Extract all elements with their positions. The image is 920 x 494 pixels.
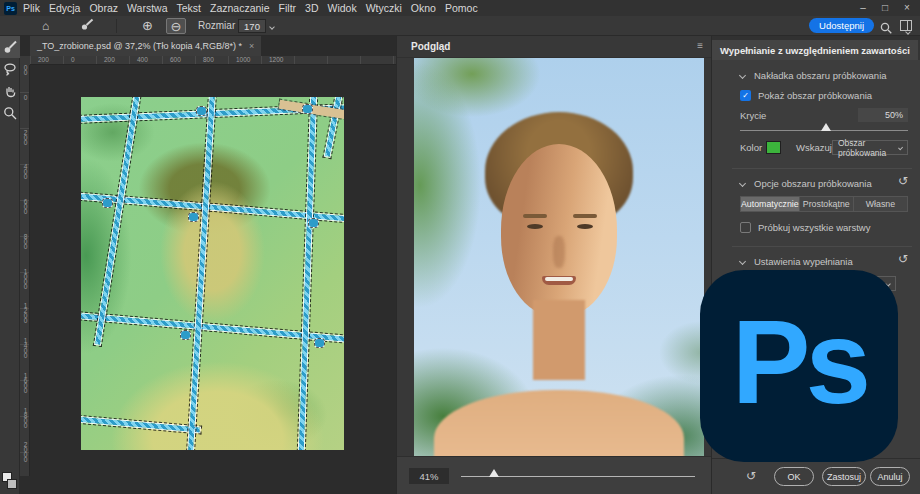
photoshop-logo: Ps [700,270,898,462]
menu-item[interactable]: Warstwa [127,2,167,14]
tool-sampling-brush[interactable] [0,36,20,58]
section-overlay-header[interactable]: Nakładka obszaru próbkowania [740,70,887,81]
preview-subject-face [501,144,617,316]
home-icon[interactable]: ⌂ [42,20,49,32]
minimize-icon[interactable]: – [852,0,874,15]
restore-icon[interactable]: □ [874,0,896,15]
ruler-tick-label: 1400 [21,337,29,372]
document-tab-bar: _TO_zrobione.psd @ 37,2% (Tło kopia 4,RG… [20,36,396,56]
preview-tab[interactable]: Podgląd [411,41,450,52]
section-title: Ustawienia wypełniania [754,256,853,267]
menu-item[interactable]: Zaznaczanie [210,2,270,14]
tab-close-icon[interactable]: × [249,41,254,51]
photoshop-logo-text: Ps [732,303,866,421]
tool-zoom[interactable] [0,102,20,124]
reset-all-icon[interactable]: ↺ [746,469,756,483]
menu-item[interactable]: Okno [411,2,436,14]
apply-button[interactable]: Zastosuj [822,467,866,486]
photoshop-window: Ps PlikEdycjaObrazWarstwaTekstZaznaczani… [0,0,920,494]
indicates-label: Wskazuje [796,142,837,153]
reset-section-icon[interactable]: ↺ [898,174,908,188]
button-automatic[interactable]: Automatycznie [740,196,800,212]
section-options-header[interactable]: Opcje obszaru próbkowania [740,178,872,189]
chevron-down-icon[interactable] [269,24,275,30]
preview-panel: Podgląd ≡ 41% [396,36,712,494]
divider [116,19,117,33]
ruler-tick-label: 200 [104,56,137,64]
button-rectangular[interactable]: Prostokątne [800,196,854,212]
overlay-color-swatch[interactable] [766,141,781,154]
net-strand [95,97,140,345]
reset-section-icon[interactable]: ↺ [898,252,908,266]
panel-tab[interactable]: Wypełnianie z uwzględnieniem zawartości [712,40,918,60]
menu-item[interactable]: 3D [305,2,318,14]
options-bar: ⌂ ⊕ ⊖ Rozmiar 170 Udostępnij [0,16,920,36]
canvas-pasteboard[interactable] [30,65,396,494]
opacity-label: Krycie [740,110,766,121]
close-icon[interactable]: × [896,0,918,15]
window-controls: – □ × [852,0,918,15]
divider [732,246,912,247]
cancel-button[interactable]: Anuluj [870,467,910,486]
ok-button[interactable]: OK [774,467,814,486]
net-knot [303,105,312,113]
button-custom[interactable]: Własne [854,196,908,212]
document-tab[interactable]: _TO_zrobione.psd @ 37,2% (Tło kopia 4,RG… [30,36,261,56]
net-knot [189,213,198,221]
subtract-from-sample-icon[interactable]: ⊖ [166,18,186,34]
ruler-tick-label: 600 [21,198,29,233]
checkbox-checked-icon[interactable]: ✓ [740,90,751,101]
panel-action-bar: ↺ OK Zastosuj Anuluj [712,458,920,494]
menu-item[interactable]: Obraz [89,2,118,14]
panel-tab-row: Wypełnianie z uwzględnieniem zawartości [712,40,920,60]
checkbox-label: Próbkuj wszystkie warstwy [758,222,870,233]
divider [732,168,912,169]
panel-title: Wypełnianie z uwzględnieniem zawartości [720,45,910,56]
ruler-tick-label: 200 [21,129,29,164]
slider-thumb[interactable] [821,123,831,131]
ruler-tick-label: 600 [170,56,203,64]
ruler-corner [20,56,30,65]
menu-item[interactable]: Plik [23,2,40,14]
ruler-horizontal: 200020040060080010001200 [30,56,396,65]
titlebar: Ps PlikEdycjaObrazWarstwaTekstZaznaczani… [0,0,920,16]
chevron-down-icon [739,72,746,79]
indicates-dropdown[interactable]: Obszar próbkowania [832,140,908,155]
ruler-tick-label: 400 [21,163,29,198]
menu-item[interactable]: Widok [327,2,356,14]
add-to-sample-icon[interactable]: ⊕ [142,19,153,32]
background-color-swatch[interactable] [7,479,17,489]
foreground-background-colors[interactable] [2,472,18,490]
menu-item[interactable]: Wtyczki [366,2,402,14]
search-icon[interactable] [880,20,892,38]
brush-preset-icon[interactable] [80,18,94,33]
section-fill-header[interactable]: Ustawienia wypełniania [740,256,853,267]
preview-zoom-bar: 41% [397,456,711,494]
checkbox-label: Pokaż obszar próbkowania [758,90,872,101]
tool-hand[interactable] [0,80,20,102]
menu-item[interactable]: Edycja [49,2,81,14]
panel-menu-icon[interactable]: ≡ [697,40,703,51]
chevron-down-icon [905,29,911,35]
opacity-value-field[interactable]: 50% [858,108,908,122]
slider-thumb[interactable] [489,469,499,477]
preview-zoom-slider[interactable] [461,476,695,477]
opacity-slider[interactable] [740,130,908,131]
menu-item[interactable]: Tekst [176,2,201,14]
preview-image[interactable] [414,58,704,456]
ruler-tick-label: 800 [203,56,236,64]
preview-zoom-value[interactable]: 41% [409,468,449,484]
chevron-down-icon [739,258,746,265]
sample-all-layers-row[interactable]: Próbkuj wszystkie warstwy [740,222,870,233]
checkbox-unchecked-icon[interactable] [740,222,751,233]
tool-lasso[interactable] [0,58,20,80]
share-button[interactable]: Udostępnij [809,18,874,33]
workspace-icon[interactable] [900,20,912,31]
canvas-image[interactable] [81,97,344,450]
show-sampling-area-row[interactable]: ✓ Pokaż obszar próbkowania [740,90,872,101]
menu-item[interactable]: Filtr [279,2,297,14]
ruler-tick-label: 0 [71,56,104,64]
document-area: _TO_zrobione.psd @ 37,2% (Tło kopia 4,RG… [20,36,396,494]
menu-item[interactable]: Pomoc [445,2,478,14]
size-input[interactable]: 170 [238,19,266,33]
